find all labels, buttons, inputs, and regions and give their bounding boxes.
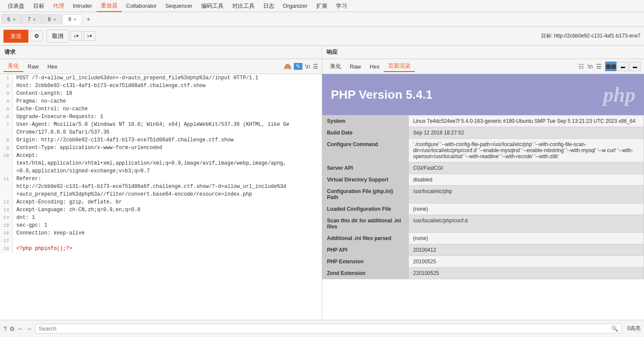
php-table-row: PHP Extension20100525 [323,256,644,268]
php-table-row: Additional .ini files parsed(none) [323,233,644,244]
request-panel-header: 请求 [0,46,322,59]
tab-9-close[interactable]: × [74,17,76,22]
php-table-key: Additional .ini files parsed [323,233,409,244]
view-response-only-btn[interactable]: ▬ [629,62,641,71]
php-table-row: Loaded Configuration File(none) [323,203,644,215]
code-line: 1POST /?-d+allow_url_include%3don+-d+aut… [0,74,322,82]
php-table-key: Virtual Directory Support [323,174,409,186]
tab-6[interactable]: 6 × [2,14,21,24]
menu-compare[interactable]: 对比工具 [228,0,259,12]
php-table-value: /usr/local/etc/php/conf.d [409,215,644,233]
nav-next-button[interactable]: > ▾ [84,31,95,41]
tab-7[interactable]: 7 × [22,14,41,24]
menu-collaborator[interactable]: Collaborator [122,1,161,11]
tab-response-hex[interactable]: Hex [365,62,384,71]
menu-dashboard[interactable]: 仪表盘 [3,0,29,12]
code-line: 18<?php phpinfo();?> [0,245,322,253]
menu-icon[interactable]: ☰ [313,63,318,70]
menu-learn[interactable]: 学习 [332,0,352,12]
line-content: Connection: keep-alive [13,229,322,237]
menu-icon[interactable]: ☰ [596,63,602,70]
tab-6-close[interactable]: × [13,17,16,22]
cancel-button[interactable]: 取消 [47,30,69,43]
line-number: 16 [0,229,13,237]
dropdown-icon: ▾ [90,33,92,39]
tab-request-beautify[interactable]: 美化 [3,61,23,72]
php-table-key: Zend Extension [323,268,409,279]
tab-response-raw[interactable]: Raw [345,62,365,71]
tab-request-raw[interactable]: Raw [23,62,43,71]
php-table-row: PHP API20100412 [323,244,644,256]
view-mode-buttons: ⬛⬛ ▬ ▬ [605,62,641,71]
php-table-row: Zend Extension220100525 [323,268,644,279]
php-version-text: PHP Version 5.4.1 [331,88,432,102]
php-table-value: (none) [409,233,644,244]
menu-logger[interactable]: 日志 [259,0,279,12]
tab-response-render[interactable]: 页面渲染 [384,61,415,72]
pencil-icon[interactable]: ✎ [294,63,302,70]
code-line: 10Accept: text/html,application/xhtml+xm… [0,152,322,175]
newline-icon[interactable]: \n [305,63,310,70]
line-number: 5 [0,105,13,113]
php-info-table: SystemLinux 7e4dc524ee7f 5.4.0-163-gener… [322,115,644,279]
newline-icon[interactable]: \n [588,63,593,70]
php-table-key: Scan this dir for additional .ini files [323,215,409,233]
line-content: Host: 2cbb0e92-c131-4af1-b173-ece751d08a… [13,82,322,90]
line-content: Upgrade-Insecure-Requests: 1 [13,113,322,121]
line-number: 10 [0,152,13,175]
settings-button[interactable]: ⚙ [30,31,43,41]
dropdown-icon: ▾ [76,33,79,39]
php-table-key: Build Date [323,127,409,139]
settings-icon[interactable]: ⚙ [9,325,15,332]
line-number: 1 [0,74,13,82]
copy-icon[interactable]: ☷ [579,63,584,70]
menu-intruder[interactable]: Intruder [68,1,96,11]
help-icon[interactable]: ? [3,325,7,332]
search-icon: 🔍 [611,325,618,332]
line-number: 8 [0,136,13,144]
php-table-key: PHP API [323,244,409,256]
menu-target[interactable]: 目标 [29,0,49,12]
tab-7-close[interactable]: × [33,17,36,22]
highlight-count: 0高亮 [627,325,641,332]
line-content: User-Agent: Mozilla/5.0 (Windows NT 10.0… [13,121,322,136]
menu-encoder[interactable]: 编码工具 [197,0,228,12]
line-number: 2 [0,82,13,90]
forward-icon[interactable]: → [26,325,32,332]
line-number: 7 [0,121,13,136]
code-line: 5Cache-Control: no-cache [0,105,322,113]
php-table-value: 20100412 [409,244,644,256]
php-table-key: PHP Extension [323,256,409,268]
eye-slash-icon[interactable]: 🙈 [284,63,291,70]
request-code-area[interactable]: 1POST /?-d+allow_url_include%3don+-d+aut… [0,74,322,320]
menu-organizer[interactable]: Organizer [279,1,312,11]
php-logo: php [603,83,635,106]
line-number: 12 [0,198,13,206]
tab-response-beautify[interactable]: 美化 [326,61,345,72]
tab-request-hex[interactable]: Hex [43,62,62,71]
tab-add-button[interactable]: + [83,14,94,25]
menu-extensions[interactable]: 扩展 [312,0,332,12]
tab-8[interactable]: 8 × [42,14,62,24]
tab-8-close[interactable]: × [53,17,56,22]
menu-proxy[interactable]: 代理 [49,0,68,12]
line-number: 3 [0,90,13,97]
php-table-key: Server API [323,162,409,174]
nav-prev-button[interactable]: < ▾ [71,31,82,41]
code-line: 8Origin: http://2cbb0e92-c131-4af1-b173-… [0,136,322,144]
send-button[interactable]: 发送 [3,30,28,43]
code-line: 11Referer: http://2cbb0e92-c131-4af1-b17… [0,175,322,198]
php-table-row: Server APICGI/FastCGI [323,162,644,174]
code-line: 13Accept-Language: zh-CN,zh;q=0.9,en;q=0… [0,206,322,214]
view-split-btn[interactable]: ⬛⬛ [605,62,616,71]
search-input[interactable] [39,325,612,332]
view-request-only-btn[interactable]: ▬ [617,62,628,71]
menu-sequencer[interactable]: Sequencer [161,1,197,11]
menu-repeater[interactable]: 重放器 [96,0,122,12]
line-content: <?php phpinfo();?> [13,245,322,253]
line-content: Origin: http://2cbb0e92-c131-4af1-b173-e… [13,136,322,144]
back-icon[interactable]: ← [18,325,24,332]
bottom-bar: ? ⚙ ← → 🔍 0高亮 [0,320,644,337]
tab-9[interactable]: 9 × [62,14,82,25]
php-table-row: SystemLinux 7e4dc524ee7f 5.4.0-163-gener… [323,115,644,127]
